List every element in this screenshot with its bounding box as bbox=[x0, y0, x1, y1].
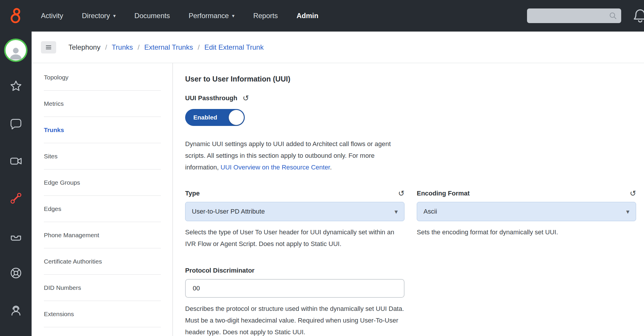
chevron-down-icon: ▾ bbox=[626, 208, 629, 215]
sidebar-item-trunks[interactable]: Trunks bbox=[44, 117, 161, 143]
encoding-label: Encoding Format bbox=[417, 190, 470, 197]
encoding-label-row: Encoding Format ↺ bbox=[417, 190, 636, 197]
left-rail bbox=[0, 0, 32, 336]
life-ring-icon[interactable] bbox=[9, 266, 23, 280]
type-label: Type bbox=[185, 190, 200, 197]
top-nav-bar: Activity Directory▾ Documents Performanc… bbox=[32, 0, 644, 32]
sidebar-item-sites[interactable]: Sites bbox=[44, 143, 161, 169]
inbox-icon[interactable] bbox=[9, 228, 23, 243]
type-label-row: Type ↺ bbox=[185, 190, 404, 197]
video-icon[interactable] bbox=[9, 154, 23, 168]
fields-row: Type ↺ User-to-User PD Attribute ▾ Selec… bbox=[185, 190, 644, 250]
sidebar-toggle-button[interactable] bbox=[41, 41, 56, 53]
uui-passthrough-toggle[interactable]: Enabled bbox=[185, 109, 245, 126]
nav-item-activity[interactable]: Activity bbox=[41, 12, 63, 20]
breadcrumb-separator: / bbox=[105, 43, 107, 51]
nav-label: Admin bbox=[297, 12, 318, 20]
nav-item-admin[interactable]: Admin bbox=[297, 12, 318, 20]
reset-icon[interactable]: ↺ bbox=[242, 94, 249, 102]
protocol-help-text: Describes the protocol or structure used… bbox=[185, 303, 406, 336]
encoding-field: Encoding Format ↺ Ascii ▾ Sets the encod… bbox=[417, 190, 636, 250]
global-search bbox=[527, 8, 621, 23]
breadcrumb-item-telephony: Telephony bbox=[68, 43, 100, 51]
sidebar-item-certificate-authorities[interactable]: Certificate Authorities bbox=[44, 248, 161, 275]
breadcrumb-bar: Telephony / Trunks / External Trunks / E… bbox=[32, 32, 644, 63]
main-panel: User to User Information (UUI) UUI Passt… bbox=[173, 63, 644, 336]
protocol-input[interactable] bbox=[185, 279, 404, 298]
nav-label: Documents bbox=[135, 12, 170, 20]
type-select[interactable]: User-to-User PD Attribute ▾ bbox=[185, 202, 404, 221]
uui-passthrough-label: UUI Passthrough bbox=[185, 94, 237, 102]
notification-bell-icon[interactable] bbox=[632, 8, 644, 24]
nav-item-reports[interactable]: Reports bbox=[253, 12, 278, 20]
genesys-logo[interactable] bbox=[0, 0, 32, 32]
nav-label: Directory bbox=[82, 12, 110, 20]
sidebar-item-metrics[interactable]: Metrics bbox=[44, 91, 161, 117]
nav-label: Reports bbox=[253, 12, 278, 20]
description-suffix: . bbox=[330, 164, 332, 171]
section-title: User to User Information (UUI) bbox=[185, 75, 644, 83]
sidebar-item-edge-groups[interactable]: Edge Groups bbox=[44, 169, 161, 196]
phone-handset-icon[interactable] bbox=[9, 191, 23, 205]
nav-item-performance[interactable]: Performance▾ bbox=[189, 12, 235, 20]
nav-item-documents[interactable]: Documents bbox=[135, 12, 170, 20]
nav-label: Performance bbox=[189, 12, 229, 20]
nav-label: Activity bbox=[41, 12, 63, 20]
reset-icon[interactable]: ↺ bbox=[398, 190, 404, 197]
avatar[interactable] bbox=[4, 39, 27, 62]
breadcrumb-item-edit-external-trunk[interactable]: Edit External Trunk bbox=[204, 43, 264, 51]
breadcrumb: Telephony / Trunks / External Trunks / E… bbox=[68, 43, 264, 51]
breadcrumb-item-external-trunks[interactable]: External Trunks bbox=[144, 43, 193, 51]
sidebar-item-extensions[interactable]: Extensions bbox=[44, 301, 161, 327]
chevron-down-icon: ▾ bbox=[113, 13, 116, 19]
chat-icon[interactable] bbox=[9, 116, 23, 130]
search-input[interactable] bbox=[527, 8, 621, 23]
sidebar-item-edges[interactable]: Edges bbox=[44, 196, 161, 222]
toggle-state-label: Enabled bbox=[193, 114, 217, 121]
telephony-sidebar: Topology Metrics Trunks Sites Edge Group… bbox=[32, 63, 173, 336]
uui-description: Dynamic UUI settings apply to UUI added … bbox=[185, 138, 408, 173]
type-help-text: Selects the type of User To User header … bbox=[185, 226, 404, 250]
protocol-label: Protocol Discriminator bbox=[185, 267, 406, 274]
uui-passthrough-row: UUI Passthrough ↺ bbox=[185, 94, 644, 102]
encoding-select[interactable]: Ascii ▾ bbox=[417, 202, 636, 221]
chevron-down-icon: ▾ bbox=[232, 13, 235, 19]
star-icon[interactable] bbox=[9, 79, 23, 93]
content-area: Topology Metrics Trunks Sites Edge Group… bbox=[32, 63, 644, 336]
breadcrumb-separator: / bbox=[138, 43, 140, 51]
reset-icon[interactable]: ↺ bbox=[630, 190, 636, 197]
type-select-value: User-to-User PD Attribute bbox=[192, 208, 265, 215]
nav-item-directory[interactable]: Directory▾ bbox=[82, 12, 116, 20]
encoding-help-text: Sets the encoding format for dynamically… bbox=[417, 226, 636, 238]
sidebar-item-topology[interactable]: Topology bbox=[44, 64, 161, 91]
encoding-select-value: Ascii bbox=[423, 208, 437, 215]
rail-icon-list bbox=[9, 79, 23, 317]
sidebar-item-phone-management[interactable]: Phone Management bbox=[44, 222, 161, 248]
type-field: Type ↺ User-to-User PD Attribute ▾ Selec… bbox=[185, 190, 404, 250]
uui-overview-link[interactable]: UUI Overview on the Resource Center bbox=[221, 164, 330, 171]
sidebar-item-did-numbers[interactable]: DID Numbers bbox=[44, 275, 161, 301]
protocol-discriminator-field: Protocol Discriminator Describes the pro… bbox=[185, 267, 406, 336]
breadcrumb-separator: / bbox=[198, 43, 200, 51]
chevron-down-icon: ▾ bbox=[395, 208, 398, 215]
agent-headset-icon[interactable] bbox=[9, 303, 23, 317]
toggle-knob[interactable] bbox=[229, 110, 244, 125]
search-icon bbox=[608, 11, 618, 20]
breadcrumb-item-trunks[interactable]: Trunks bbox=[112, 43, 133, 51]
